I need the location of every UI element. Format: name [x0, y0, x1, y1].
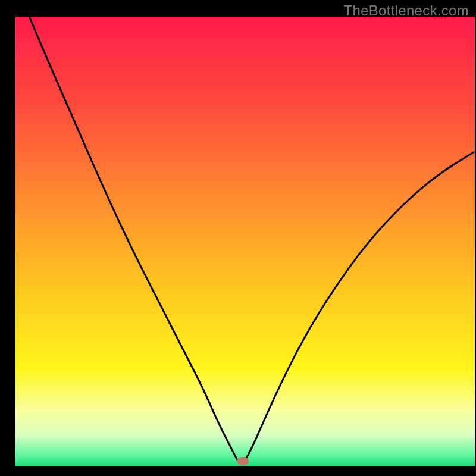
chart-svg [0, 0, 476, 476]
watermark-text: TheBottleneck.com [343, 2, 469, 19]
optimum-marker [237, 457, 249, 465]
bottleneck-chart: TheBottleneck.com [0, 0, 476, 476]
plot-area [15, 17, 475, 466]
